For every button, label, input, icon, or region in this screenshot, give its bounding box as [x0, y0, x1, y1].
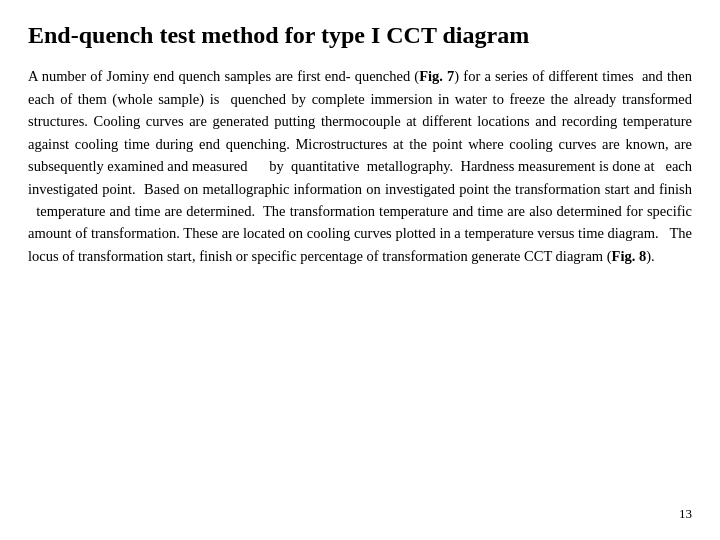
page: End-quench test method for type I CCT di…	[0, 0, 720, 540]
fig7-ref: Fig. 7	[419, 68, 454, 84]
page-number: 13	[679, 506, 692, 522]
fig8-ref: Fig. 8	[612, 248, 647, 264]
body-text: A number of Jominy end quench samples ar…	[28, 65, 692, 520]
page-title: End-quench test method for type I CCT di…	[28, 20, 692, 51]
